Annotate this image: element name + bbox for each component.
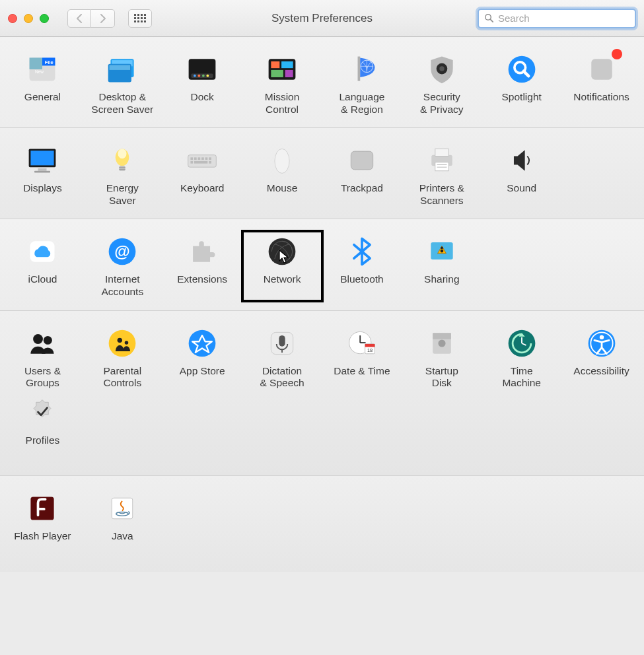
search-icon bbox=[484, 13, 494, 23]
search-input[interactable] bbox=[498, 13, 629, 24]
svg-point-15 bbox=[202, 75, 205, 77]
pref-label: Profiles bbox=[26, 434, 60, 447]
pref-energy[interactable]: Energy Saver bbox=[83, 140, 162, 209]
svg-rect-42 bbox=[198, 158, 201, 160]
svg-point-13 bbox=[194, 75, 196, 77]
pref-displays[interactable]: Displays bbox=[3, 140, 83, 209]
sharing-icon bbox=[424, 234, 460, 269]
svg-rect-31 bbox=[31, 151, 54, 165]
minimize-window-button[interactable] bbox=[24, 14, 33, 23]
pref-label: Displays bbox=[23, 182, 62, 195]
pref-keyboard[interactable]: Keyboard bbox=[162, 140, 242, 209]
pref-label: Energy Saver bbox=[106, 182, 139, 207]
startup-icon bbox=[424, 326, 460, 361]
svg-point-25 bbox=[439, 66, 444, 71]
pref-timemachine[interactable]: Time Machine bbox=[482, 323, 561, 392]
svg-text:@: @ bbox=[115, 243, 130, 261]
pref-label: Extensions bbox=[177, 273, 227, 286]
pref-java[interactable]: Java bbox=[83, 488, 162, 545]
users-icon bbox=[24, 326, 60, 361]
trackpad-icon bbox=[344, 143, 380, 178]
pref-label: Date & Time bbox=[334, 365, 390, 378]
svg-rect-47 bbox=[194, 161, 207, 164]
svg-rect-10 bbox=[110, 65, 130, 70]
svg-point-89 bbox=[599, 335, 603, 339]
icloud-icon bbox=[24, 234, 60, 269]
search-field[interactable] bbox=[478, 9, 636, 28]
bluetooth-icon bbox=[344, 234, 380, 269]
pref-bluetooth[interactable]: Bluetooth bbox=[322, 231, 402, 300]
svg-rect-40 bbox=[191, 158, 194, 160]
pref-profiles[interactable]: Profiles bbox=[3, 392, 83, 450]
svg-point-67 bbox=[118, 337, 122, 342]
pref-sharing[interactable]: Sharing bbox=[402, 231, 482, 300]
pref-printers[interactable]: Printers & Scanners bbox=[402, 140, 482, 209]
back-button[interactable] bbox=[67, 9, 91, 28]
close-window-button[interactable] bbox=[8, 14, 17, 23]
pref-icloud[interactable]: iCloud bbox=[3, 231, 83, 300]
pref-label: Keyboard bbox=[180, 182, 224, 195]
pref-label: Startup Disk bbox=[425, 365, 458, 390]
profiles-icon bbox=[24, 395, 60, 431]
svg-rect-22 bbox=[357, 57, 360, 81]
pref-general[interactable]: FileNewGeneral bbox=[3, 49, 83, 118]
pref-parental[interactable]: Parental Controls bbox=[83, 323, 162, 392]
dock-icon bbox=[184, 52, 220, 87]
svg-rect-3 bbox=[30, 57, 42, 69]
pref-datetime[interactable]: 18Date & Time bbox=[322, 323, 402, 392]
pref-label: Mouse bbox=[267, 182, 298, 195]
printers-icon bbox=[424, 143, 460, 178]
java-icon bbox=[104, 491, 140, 526]
svg-point-63 bbox=[441, 247, 443, 250]
pref-trackpad[interactable]: Trackpad bbox=[322, 140, 402, 209]
svg-rect-52 bbox=[435, 149, 448, 156]
svg-point-49 bbox=[275, 149, 289, 174]
svg-point-59 bbox=[269, 238, 296, 265]
pref-label: Accessibility bbox=[573, 365, 629, 378]
pref-network[interactable]: Network bbox=[242, 231, 322, 300]
pref-desktop[interactable]: Desktop & Screen Saver bbox=[83, 49, 162, 118]
pref-sound[interactable]: Sound bbox=[482, 140, 561, 209]
pref-mouse[interactable]: Mouse bbox=[242, 140, 322, 209]
toolbar: System Preferences bbox=[0, 0, 644, 37]
svg-text:New: New bbox=[35, 69, 44, 74]
pref-security[interactable]: Security & Privacy bbox=[402, 49, 482, 118]
dictation-icon bbox=[264, 326, 300, 361]
pref-label: Sharing bbox=[424, 273, 459, 286]
pref-extensions[interactable]: Extensions bbox=[162, 231, 242, 300]
pref-dock[interactable]: Dock bbox=[162, 49, 242, 118]
flash-icon bbox=[24, 491, 60, 526]
svg-rect-80 bbox=[433, 333, 451, 339]
language-icon bbox=[344, 52, 380, 87]
pref-mission[interactable]: Mission Control bbox=[242, 49, 322, 118]
show-all-button[interactable] bbox=[128, 9, 152, 28]
svg-text:File: File bbox=[45, 59, 54, 65]
pref-flash[interactable]: Flash Player bbox=[3, 488, 83, 545]
pref-label: App Store bbox=[180, 365, 225, 378]
pref-row-1: FileNewGeneralDesktop & Screen SaverDock… bbox=[0, 37, 644, 128]
pref-label: Spotlight bbox=[502, 91, 542, 104]
svg-point-26 bbox=[508, 56, 535, 83]
pref-appstore[interactable]: App Store bbox=[162, 323, 242, 392]
svg-rect-36 bbox=[120, 166, 125, 171]
svg-rect-38 bbox=[120, 169, 125, 170]
spotlight-icon bbox=[504, 52, 540, 87]
zoom-window-button[interactable] bbox=[40, 14, 49, 23]
pref-dictation[interactable]: Dictation & Speech bbox=[242, 323, 322, 392]
pref-label: Printers & Scanners bbox=[419, 182, 464, 207]
svg-point-69 bbox=[189, 329, 216, 357]
pref-row-4: Users & GroupsParental ControlsApp Store… bbox=[0, 311, 644, 477]
svg-point-62 bbox=[440, 250, 443, 253]
forward-button[interactable] bbox=[91, 9, 115, 28]
notification-badge bbox=[612, 49, 622, 59]
pref-startup[interactable]: Startup Disk bbox=[402, 323, 482, 392]
pref-language[interactable]: Language & Region bbox=[322, 49, 402, 118]
svg-rect-41 bbox=[194, 158, 197, 160]
pref-internet[interactable]: @Internet Accounts bbox=[83, 231, 162, 300]
pref-spotlight[interactable]: Spotlight bbox=[482, 49, 561, 118]
grid-icon bbox=[134, 14, 146, 22]
svg-rect-71 bbox=[279, 335, 285, 347]
pref-notifications[interactable]: Notifications bbox=[561, 49, 641, 118]
pref-users[interactable]: Users & Groups bbox=[3, 323, 83, 392]
pref-accessibility[interactable]: Accessibility bbox=[561, 323, 641, 392]
